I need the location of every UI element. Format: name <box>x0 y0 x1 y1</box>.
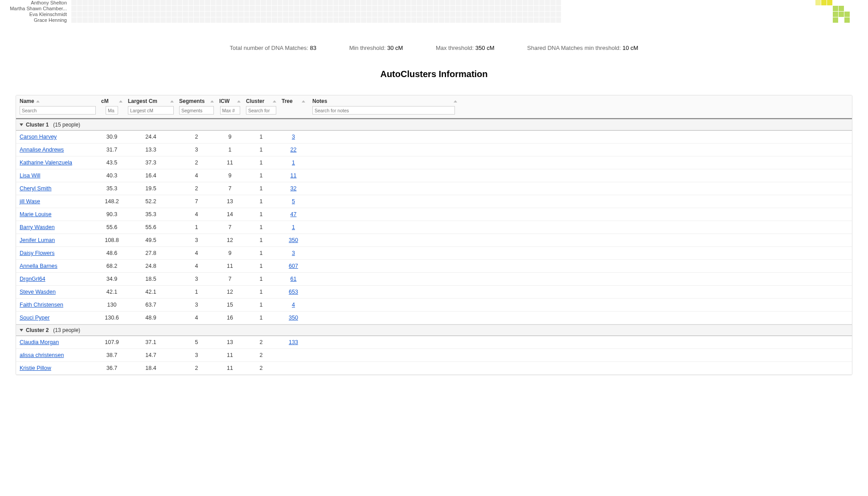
cell-cm: 107.9 <box>98 339 125 345</box>
search-lcm-input[interactable] <box>128 106 174 115</box>
match-name-link[interactable]: Annella Barnes <box>16 263 98 269</box>
match-name-link[interactable]: jill Wase <box>16 198 98 205</box>
tree-link[interactable]: 3 <box>292 134 295 140</box>
cell-segments: 2 <box>176 134 217 140</box>
cell-largest-cm: 27.8 <box>125 250 176 256</box>
cell-largest-cm: 13.3 <box>125 147 176 153</box>
search-name-input[interactable] <box>20 106 96 115</box>
header-name[interactable]: Name <box>20 98 96 104</box>
tree-link[interactable]: 22 <box>291 147 297 153</box>
table-row: Claudia Morgan107.937.15132133 <box>16 336 852 349</box>
match-name-link[interactable]: Cheryl Smith <box>16 185 98 192</box>
cell-tree: 350 <box>279 237 308 243</box>
chevron-down-icon <box>20 329 23 332</box>
tree-link[interactable]: 1 <box>292 160 295 166</box>
match-name-link[interactable]: Souci Pyper <box>16 315 98 321</box>
tree-link[interactable]: 350 <box>289 315 298 321</box>
header-icw[interactable]: ICW <box>219 98 241 104</box>
cell-cluster: 1 <box>243 302 279 308</box>
cell-cluster: 2 <box>243 365 279 371</box>
cell-segments: 4 <box>176 211 217 217</box>
match-name-link[interactable]: Barry Wasden <box>16 224 98 230</box>
header-tree[interactable]: Tree <box>282 98 305 104</box>
match-name-link[interactable]: Jenifer Luman <box>16 237 98 243</box>
cell-icw: 13 <box>217 339 243 345</box>
cell-segments: 3 <box>176 302 217 308</box>
cell-cm: 108.8 <box>98 237 125 243</box>
tree-link[interactable]: 5 <box>292 198 295 205</box>
cell-tree: 350 <box>279 315 308 321</box>
tree-link[interactable]: 4 <box>292 302 295 308</box>
table-row: jill Wase148.252.271315 <box>16 195 852 208</box>
search-cluster-input[interactable] <box>246 106 276 115</box>
cell-icw: 9 <box>217 250 243 256</box>
match-name-link[interactable]: Annalise Andrews <box>16 147 98 153</box>
tree-link[interactable]: 653 <box>289 289 298 295</box>
header-largest-cm[interactable]: Largest Cm <box>128 98 174 104</box>
table-row: DrgnGrl6434.918.537161 <box>16 273 852 286</box>
tree-link[interactable]: 11 <box>291 172 297 179</box>
search-seg-input[interactable] <box>179 106 214 115</box>
match-name-link[interactable]: Marie Louise <box>16 211 98 217</box>
table-row: Carson Harvey30.924.42913 <box>16 131 852 143</box>
match-name-link[interactable]: Kristie Pillow <box>16 365 98 371</box>
matrix-cell-colored <box>839 6 844 11</box>
cell-cluster: 1 <box>243 263 279 269</box>
cell-segments: 5 <box>176 339 217 345</box>
match-name-link[interactable]: DrgnGrl64 <box>16 276 98 282</box>
tree-link[interactable]: 32 <box>291 185 297 192</box>
header-cluster[interactable]: Cluster <box>246 98 276 104</box>
cluster-group-header[interactable]: Cluster 2(13 people) <box>16 324 852 336</box>
tree-link[interactable]: 3 <box>292 250 295 256</box>
tree-link[interactable]: 133 <box>289 339 298 345</box>
header-notes[interactable]: Notes <box>312 98 849 104</box>
cell-cm: 48.6 <box>98 250 125 256</box>
group-count: (15 people) <box>53 122 80 128</box>
table-row: Marie Louise90.335.3414147 <box>16 208 852 221</box>
match-name-link[interactable]: Faith Christensen <box>16 302 98 308</box>
match-name-link[interactable]: Lisa Will <box>16 172 98 179</box>
match-name-link[interactable]: Claudia Morgan <box>16 339 98 345</box>
matrix-cell-colored <box>844 12 850 17</box>
cell-icw: 7 <box>217 224 243 230</box>
chevron-down-icon <box>20 123 23 126</box>
tree-link[interactable]: 61 <box>291 276 297 282</box>
cell-icw: 11 <box>217 365 243 371</box>
search-cm-input[interactable] <box>106 106 118 115</box>
table-row: Katharine Valenzuela43.537.321111 <box>16 156 852 169</box>
tree-link[interactable]: 47 <box>291 211 297 217</box>
sort-arrow-icon <box>454 100 457 102</box>
cell-cm: 31.7 <box>98 147 125 153</box>
table-row: Steve Wasden42.142.11121653 <box>16 286 852 299</box>
search-notes-input[interactable] <box>312 106 455 115</box>
cell-largest-cm: 55.6 <box>125 224 176 230</box>
tree-link[interactable]: 350 <box>289 237 298 243</box>
cell-segments: 1 <box>176 289 217 295</box>
group-title: Cluster 2 <box>26 327 49 333</box>
match-name-link[interactable]: Katharine Valenzuela <box>16 160 98 166</box>
header-segments[interactable]: Segments <box>179 98 214 104</box>
cell-icw: 1 <box>217 147 243 153</box>
cell-cluster: 2 <box>243 339 279 345</box>
cell-tree: 5 <box>279 198 308 205</box>
cell-cm: 68.2 <box>98 263 125 269</box>
match-name-link[interactable]: Daisy Flowers <box>16 250 98 256</box>
cell-largest-cm: 35.3 <box>125 211 176 217</box>
table-row: Kristie Pillow36.718.42112 <box>16 362 852 375</box>
search-icw-input[interactable] <box>220 106 240 115</box>
table-row: Barry Wasden55.655.61711 <box>16 221 852 234</box>
cell-segments: 7 <box>176 198 217 205</box>
tree-link[interactable]: 1 <box>292 224 295 230</box>
cluster-group-header[interactable]: Cluster 1(15 people) <box>16 119 852 131</box>
match-name-link[interactable]: alissa christensen <box>16 352 98 358</box>
match-name-link[interactable]: Steve Wasden <box>16 289 98 295</box>
match-name-link[interactable]: Carson Harvey <box>16 134 98 140</box>
tree-link[interactable]: 607 <box>289 263 298 269</box>
cell-tree: 3 <box>279 134 308 140</box>
section-title: AutoClusters Information <box>0 69 868 79</box>
header-cm[interactable]: cM <box>101 98 123 104</box>
matrix-cell-colored <box>844 17 850 23</box>
group-count: (13 people) <box>53 327 80 333</box>
cell-cluster: 1 <box>243 185 279 192</box>
table-row: Annalise Andrews31.713.331122 <box>16 143 852 156</box>
